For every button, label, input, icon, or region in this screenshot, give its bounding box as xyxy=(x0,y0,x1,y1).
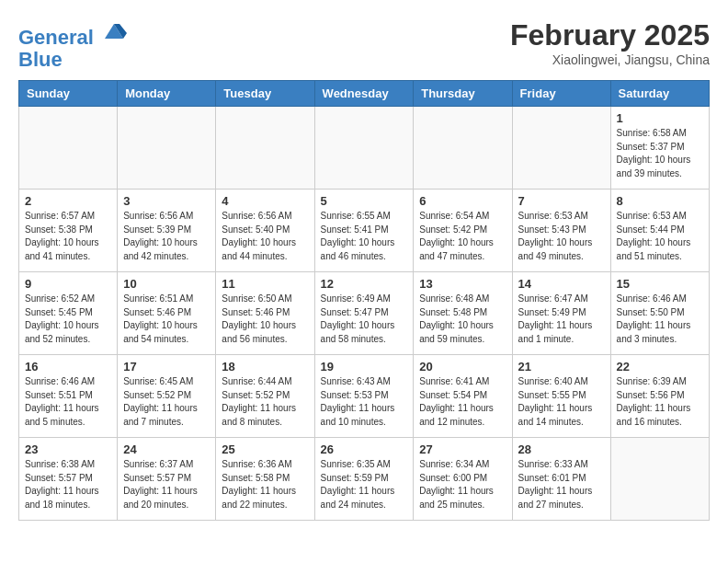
col-tuesday: Tuesday xyxy=(216,81,314,107)
day-number: 20 xyxy=(419,360,506,373)
col-monday: Monday xyxy=(118,81,216,107)
month-title: February 2025 xyxy=(510,18,710,52)
day-info: Sunrise: 6:40 AM Sunset: 5:55 PM Dayligh… xyxy=(518,375,605,429)
week-row-5: 23Sunrise: 6:38 AM Sunset: 5:57 PM Dayli… xyxy=(19,438,710,521)
day-info: Sunrise: 6:55 AM Sunset: 5:41 PM Dayligh… xyxy=(321,210,408,263)
day-info: Sunrise: 6:48 AM Sunset: 5:48 PM Dayligh… xyxy=(419,293,506,346)
day-cell: 7Sunrise: 6:53 AM Sunset: 5:43 PM Daylig… xyxy=(512,190,610,272)
day-cell: 11Sunrise: 6:50 AM Sunset: 5:46 PM Dayli… xyxy=(216,272,314,355)
day-number: 6 xyxy=(419,194,506,208)
day-number: 26 xyxy=(321,442,408,456)
day-number: 24 xyxy=(123,442,210,456)
day-cell: 9Sunrise: 6:52 AM Sunset: 5:45 PM Daylig… xyxy=(19,272,118,355)
day-info: Sunrise: 6:51 AM Sunset: 5:46 PM Dayligh… xyxy=(123,293,210,346)
day-info: Sunrise: 6:50 AM Sunset: 5:46 PM Dayligh… xyxy=(222,293,308,346)
location: Xiaolingwei, Jiangsu, China xyxy=(510,52,710,67)
day-info: Sunrise: 6:41 AM Sunset: 5:54 PM Dayligh… xyxy=(419,375,506,429)
day-info: Sunrise: 6:58 AM Sunset: 5:37 PM Dayligh… xyxy=(617,127,703,180)
day-number: 10 xyxy=(123,277,210,291)
day-number: 25 xyxy=(222,442,308,456)
day-info: Sunrise: 6:38 AM Sunset: 5:57 PM Dayligh… xyxy=(25,458,111,511)
day-cell: 15Sunrise: 6:46 AM Sunset: 5:50 PM Dayli… xyxy=(610,272,709,355)
day-info: Sunrise: 6:43 AM Sunset: 5:53 PM Dayligh… xyxy=(321,375,408,429)
day-info: Sunrise: 6:53 AM Sunset: 5:44 PM Dayligh… xyxy=(617,210,703,263)
day-info: Sunrise: 6:56 AM Sunset: 5:40 PM Dayligh… xyxy=(222,210,308,263)
day-cell xyxy=(414,107,512,190)
day-cell: 26Sunrise: 6:35 AM Sunset: 5:59 PM Dayli… xyxy=(314,438,414,521)
logo-text: General xyxy=(18,18,127,49)
logo: General Blue xyxy=(18,18,127,71)
day-cell xyxy=(610,438,709,521)
day-cell: 13Sunrise: 6:48 AM Sunset: 5:48 PM Dayli… xyxy=(414,272,512,355)
day-number: 11 xyxy=(222,277,308,291)
day-number: 4 xyxy=(222,194,308,208)
day-info: Sunrise: 6:33 AM Sunset: 6:01 PM Dayligh… xyxy=(518,458,605,511)
day-cell xyxy=(512,107,610,190)
logo-blue-text: Blue xyxy=(18,49,127,71)
day-cell: 3Sunrise: 6:56 AM Sunset: 5:39 PM Daylig… xyxy=(118,190,216,272)
day-cell: 24Sunrise: 6:37 AM Sunset: 5:57 PM Dayli… xyxy=(118,438,216,521)
col-wednesday: Wednesday xyxy=(314,81,414,107)
day-info: Sunrise: 6:35 AM Sunset: 5:59 PM Dayligh… xyxy=(321,458,408,511)
day-cell: 20Sunrise: 6:41 AM Sunset: 5:54 PM Dayli… xyxy=(414,355,512,438)
day-number: 2 xyxy=(25,194,111,208)
day-number: 1 xyxy=(617,111,703,125)
day-info: Sunrise: 6:54 AM Sunset: 5:42 PM Dayligh… xyxy=(419,210,506,263)
day-info: Sunrise: 6:46 AM Sunset: 5:51 PM Dayligh… xyxy=(25,375,111,429)
day-number: 28 xyxy=(518,442,605,456)
day-info: Sunrise: 6:46 AM Sunset: 5:50 PM Dayligh… xyxy=(617,293,703,346)
day-cell xyxy=(118,107,216,190)
day-cell: 10Sunrise: 6:51 AM Sunset: 5:46 PM Dayli… xyxy=(118,272,216,355)
col-saturday: Saturday xyxy=(610,81,709,107)
col-thursday: Thursday xyxy=(414,81,512,107)
day-info: Sunrise: 6:45 AM Sunset: 5:52 PM Dayligh… xyxy=(123,375,210,429)
day-cell: 14Sunrise: 6:47 AM Sunset: 5:49 PM Dayli… xyxy=(512,272,610,355)
day-cell: 28Sunrise: 6:33 AM Sunset: 6:01 PM Dayli… xyxy=(512,438,610,521)
day-cell: 25Sunrise: 6:36 AM Sunset: 5:58 PM Dayli… xyxy=(216,438,314,521)
day-number: 8 xyxy=(617,194,703,208)
day-cell: 5Sunrise: 6:55 AM Sunset: 5:41 PM Daylig… xyxy=(314,190,414,272)
logo-icon xyxy=(101,18,127,44)
day-cell: 16Sunrise: 6:46 AM Sunset: 5:51 PM Dayli… xyxy=(19,355,118,438)
day-cell: 4Sunrise: 6:56 AM Sunset: 5:40 PM Daylig… xyxy=(216,190,314,272)
day-info: Sunrise: 6:34 AM Sunset: 6:00 PM Dayligh… xyxy=(419,458,506,511)
day-cell xyxy=(216,107,314,190)
day-info: Sunrise: 6:57 AM Sunset: 5:38 PM Dayligh… xyxy=(25,210,111,263)
day-number: 12 xyxy=(321,277,408,291)
day-number: 19 xyxy=(321,360,408,373)
day-cell: 18Sunrise: 6:44 AM Sunset: 5:52 PM Dayli… xyxy=(216,355,314,438)
day-info: Sunrise: 6:52 AM Sunset: 5:45 PM Dayligh… xyxy=(25,293,111,346)
calendar-table: Sunday Monday Tuesday Wednesday Thursday… xyxy=(18,80,710,521)
day-number: 9 xyxy=(25,277,111,291)
day-cell: 23Sunrise: 6:38 AM Sunset: 5:57 PM Dayli… xyxy=(19,438,118,521)
day-cell: 17Sunrise: 6:45 AM Sunset: 5:52 PM Dayli… xyxy=(118,355,216,438)
col-friday: Friday xyxy=(512,81,610,107)
day-number: 18 xyxy=(222,360,308,373)
day-number: 15 xyxy=(617,277,703,291)
day-cell: 6Sunrise: 6:54 AM Sunset: 5:42 PM Daylig… xyxy=(414,190,512,272)
day-number: 21 xyxy=(518,360,605,373)
day-info: Sunrise: 6:49 AM Sunset: 5:47 PM Dayligh… xyxy=(321,293,408,346)
day-cell: 27Sunrise: 6:34 AM Sunset: 6:00 PM Dayli… xyxy=(414,438,512,521)
day-info: Sunrise: 6:36 AM Sunset: 5:58 PM Dayligh… xyxy=(222,458,308,511)
week-row-3: 9Sunrise: 6:52 AM Sunset: 5:45 PM Daylig… xyxy=(19,272,710,355)
day-cell: 8Sunrise: 6:53 AM Sunset: 5:44 PM Daylig… xyxy=(610,190,709,272)
day-cell: 22Sunrise: 6:39 AM Sunset: 5:56 PM Dayli… xyxy=(610,355,709,438)
day-number: 23 xyxy=(25,442,111,456)
day-number: 14 xyxy=(518,277,605,291)
week-row-1: 1Sunrise: 6:58 AM Sunset: 5:37 PM Daylig… xyxy=(19,107,710,190)
calendar-header-row: Sunday Monday Tuesday Wednesday Thursday… xyxy=(19,81,710,107)
day-info: Sunrise: 6:39 AM Sunset: 5:56 PM Dayligh… xyxy=(617,375,703,429)
title-block: February 2025 Xiaolingwei, Jiangsu, Chin… xyxy=(510,18,710,67)
day-info: Sunrise: 6:53 AM Sunset: 5:43 PM Dayligh… xyxy=(518,210,605,263)
day-cell xyxy=(19,107,118,190)
page-header: General Blue February 2025 Xiaolingwei, … xyxy=(18,18,710,71)
day-cell: 12Sunrise: 6:49 AM Sunset: 5:47 PM Dayli… xyxy=(314,272,414,355)
day-number: 27 xyxy=(419,442,506,456)
day-info: Sunrise: 6:37 AM Sunset: 5:57 PM Dayligh… xyxy=(123,458,210,511)
day-number: 7 xyxy=(518,194,605,208)
week-row-4: 16Sunrise: 6:46 AM Sunset: 5:51 PM Dayli… xyxy=(19,355,710,438)
day-number: 22 xyxy=(617,360,703,373)
day-cell: 21Sunrise: 6:40 AM Sunset: 5:55 PM Dayli… xyxy=(512,355,610,438)
day-cell: 2Sunrise: 6:57 AM Sunset: 5:38 PM Daylig… xyxy=(19,190,118,272)
